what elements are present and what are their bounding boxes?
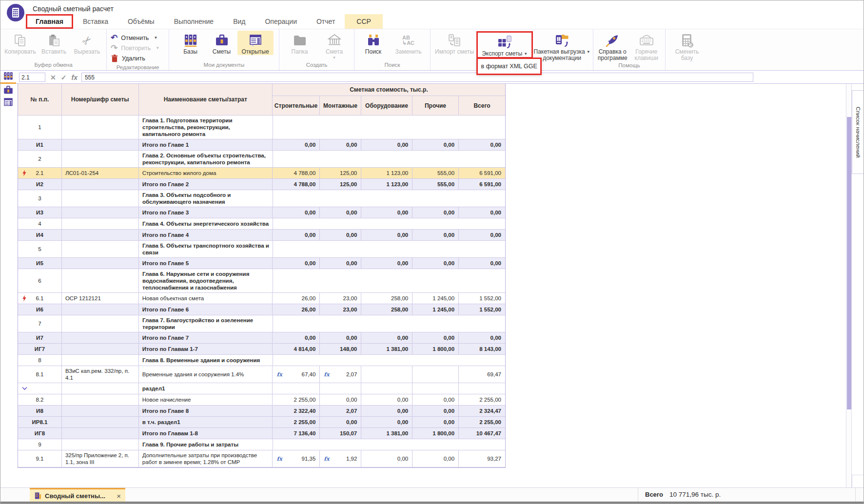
value-cell[interactable] xyxy=(273,383,320,394)
row-num-cell[interactable]: 8 xyxy=(18,355,62,366)
tab-glavnaya[interactable]: Главная xyxy=(26,14,73,29)
value-cell[interactable]: 1 123,00 xyxy=(361,179,412,190)
value-cell[interactable]: 0,00 xyxy=(361,207,412,218)
estimate-code-cell[interactable] xyxy=(62,218,139,230)
value-cell[interactable]: 6 591,00 xyxy=(459,179,505,190)
header-construction[interactable]: Строительные xyxy=(273,96,320,115)
value-cell[interactable]: 1 552,00 xyxy=(459,304,505,315)
value-cell[interactable]: 4 788,00 xyxy=(273,168,320,179)
estimate-code-cell[interactable] xyxy=(62,355,139,366)
table-row[interactable]: И1Итого по Главе 10,000,000,000,000,00 xyxy=(18,139,505,151)
undo-button[interactable]: ↶ Отменить ▼ xyxy=(109,33,167,43)
table-row[interactable]: 4Глава 4. Объекты энергетического хозяйс… xyxy=(18,218,505,230)
row-num-cell[interactable]: 6.1 xyxy=(18,293,62,304)
redo-button[interactable]: ↷ Повторить ▼ xyxy=(109,43,167,53)
confirm-check-icon[interactable]: ✓ xyxy=(61,74,67,81)
chevron-down-icon[interactable]: ▼ xyxy=(333,56,336,60)
row-num-cell[interactable]: ИГ7 xyxy=(18,344,62,355)
value-cell[interactable]: 69,47 xyxy=(459,366,505,383)
row-num-cell[interactable]: И8 xyxy=(18,406,62,417)
row-num-cell[interactable]: ИР8.1 xyxy=(18,417,62,428)
estimate-name-cell[interactable]: Строительство жилого дома xyxy=(139,168,273,179)
estimate-name-cell[interactable]: раздел1 xyxy=(139,383,273,394)
row-num-cell[interactable]: 5 xyxy=(18,241,62,258)
estimates-button[interactable]: Сметы xyxy=(206,31,237,55)
function-fx-icon[interactable]: fx xyxy=(71,74,77,81)
chevron-down-icon[interactable]: ▼ xyxy=(524,52,528,56)
row-num-cell[interactable]: 4 xyxy=(18,218,62,230)
value-cell[interactable]: 0,00 xyxy=(361,406,412,417)
scrollbar-thumb[interactable] xyxy=(847,117,851,409)
table-row[interactable]: И6Итого по Главе 626,0023,00258,001 245,… xyxy=(18,304,505,315)
estimate-code-cell[interactable]: 325/пр Приложение 2, п. 1.1, зона III xyxy=(62,450,139,467)
value-cell[interactable]: 0,00 xyxy=(320,139,361,151)
accruals-panel-tab[interactable]: Список начислений xyxy=(852,90,864,174)
document-tab[interactable]: Сводный сметны... × xyxy=(30,488,125,502)
row-num-cell[interactable]: 7 xyxy=(18,315,62,332)
estimate-code-cell[interactable]: ЛС01-01-254 xyxy=(62,168,139,179)
value-cell[interactable]: 23,00 xyxy=(320,304,361,315)
new-estimate-button[interactable]: Смета ▼ xyxy=(317,31,352,60)
sidebar-tab-open-documents[interactable] xyxy=(0,96,16,108)
table-row[interactable]: 6.1ОСР 1212121Новая объектная смета26,00… xyxy=(18,293,505,304)
row-num-cell[interactable]: И3 xyxy=(18,207,62,218)
value-cell[interactable]: 1 245,00 xyxy=(412,293,459,304)
table-row[interactable]: 1Глава 1. Подготовка территории строител… xyxy=(18,116,505,139)
estimate-code-cell[interactable] xyxy=(62,417,139,428)
value-cell[interactable]: 0,00 xyxy=(412,230,459,241)
estimate-code-cell[interactable] xyxy=(62,406,139,417)
value-cell[interactable] xyxy=(459,383,505,394)
estimate-code-cell[interactable] xyxy=(62,207,139,218)
value-cell[interactable]: 0,00 xyxy=(273,230,320,241)
estimate-code-cell[interactable] xyxy=(62,179,139,190)
row-num-cell[interactable] xyxy=(18,383,62,394)
estimate-name-cell[interactable]: Глава 6. Наружные сети и сооружения водо… xyxy=(139,269,273,293)
export-xml-gge-menu-item[interactable]: в формат XML GGE xyxy=(476,58,542,75)
estimate-name-cell[interactable]: Глава 5. Объекты транспортного хозяйства… xyxy=(139,241,273,258)
empty-cost-cell[interactable] xyxy=(273,269,505,293)
header-cost-group[interactable]: Сметная стоимость, тыс.р. xyxy=(273,84,505,96)
table-row[interactable]: 7Глава 7. Благоустройство и озеленение т… xyxy=(18,315,505,332)
about-button[interactable]: Справка о программе xyxy=(595,31,629,61)
table-row[interactable]: 8.1ВЗиС кап.рем. 332/пр, п. 4.1Временные… xyxy=(18,366,505,383)
row-num-cell[interactable]: 9.1 xyxy=(18,450,62,467)
empty-cost-cell[interactable] xyxy=(273,218,505,230)
paste-button[interactable]: Вставить xyxy=(38,31,70,55)
value-cell[interactable]: 0,00 xyxy=(361,332,412,344)
estimate-name-cell[interactable]: Глава 4. Объекты энергетического хозяйст… xyxy=(139,218,273,230)
value-cell[interactable]: 0,00 xyxy=(361,258,412,269)
header-name[interactable]: Наименование сметы/затрат xyxy=(139,84,273,115)
value-cell[interactable]: 10 467,47 xyxy=(459,428,505,439)
value-cell[interactable]: 2 322,40 xyxy=(273,406,320,417)
chevron-down-icon[interactable]: ▼ xyxy=(587,50,590,54)
value-cell[interactable]: 2 324,47 xyxy=(459,406,505,417)
value-cell[interactable]: 0,00 xyxy=(412,139,459,151)
estimate-code-cell[interactable] xyxy=(62,439,139,450)
search-button[interactable]: Поиск xyxy=(357,31,390,55)
estimate-name-cell[interactable]: Итого по Главе 2 xyxy=(139,179,273,190)
value-cell[interactable]: 1 381,00 xyxy=(361,428,412,439)
value-cell[interactable]: 0,00 xyxy=(361,450,412,467)
value-cell[interactable]: 0,00 xyxy=(273,207,320,218)
value-cell[interactable]: 0,00 xyxy=(459,258,505,269)
value-cell[interactable]: 258,00 xyxy=(361,304,412,315)
change-base-button[interactable]: Сменить базу xyxy=(670,31,704,61)
header-total[interactable]: Всего xyxy=(459,96,505,115)
row-num-cell[interactable]: И2 xyxy=(18,179,62,190)
row-num-cell[interactable]: 2.1 xyxy=(18,168,62,179)
estimate-code-cell[interactable] xyxy=(62,428,139,439)
estimate-name-cell[interactable]: Новое начисление xyxy=(139,394,273,406)
row-num-cell[interactable]: 9 xyxy=(18,439,62,450)
cut-button[interactable]: ✂ Вырезать xyxy=(70,31,104,55)
value-cell[interactable]: 0,00 xyxy=(273,332,320,344)
close-tab-icon[interactable]: × xyxy=(117,492,121,500)
value-cell[interactable]: 0,00 xyxy=(459,332,505,344)
estimate-name-cell[interactable]: Итого по Главе 5 xyxy=(139,258,273,269)
estimate-code-cell[interactable] xyxy=(62,139,139,151)
tab-vid[interactable]: Вид xyxy=(223,14,255,29)
estimate-name-cell[interactable]: Глава 7. Благоустройство и озеленение те… xyxy=(139,315,273,332)
value-cell[interactable]: 0,00 xyxy=(412,450,459,467)
value-cell[interactable]: 4 814,00 xyxy=(273,344,320,355)
estimate-code-cell[interactable] xyxy=(62,230,139,241)
value-cell[interactable]: 1 123,00 xyxy=(361,168,412,179)
